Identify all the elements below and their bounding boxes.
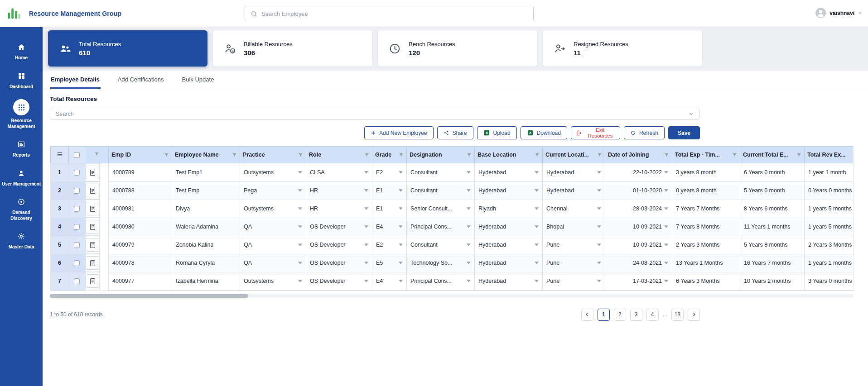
cell-current-location[interactable]: Pune [543, 272, 605, 290]
cell-base-location[interactable]: Hyderabad [475, 236, 543, 254]
refresh-button[interactable]: Refresh [624, 126, 665, 139]
sidebar-item-resource-management[interactable]: Resource Management [1, 99, 41, 129]
row-checkbox[interactable] [74, 260, 80, 266]
exit-resources-button[interactable]: Exit Resources [571, 126, 620, 139]
cell-role[interactable]: OS Developer [306, 272, 372, 290]
column-header-total-rev-exp[interactable]: Total Rev Ex... [805, 147, 854, 163]
tab-bulk-update[interactable]: Bulk Update [181, 71, 215, 89]
column-header-emp-id[interactable]: Emp ID [109, 147, 172, 163]
summary-card-resigned-resources[interactable]: Resigned Resources11 [543, 30, 702, 67]
cell-date-of-joining[interactable]: 10-09-2021 [605, 236, 672, 254]
pagination-page-3[interactable]: 3 [630, 309, 642, 321]
pagination-prev-button[interactable] [581, 309, 593, 321]
sidebar-item-home[interactable]: Home [1, 42, 41, 61]
table-search-input[interactable] [56, 111, 662, 117]
summary-card-billable-resources[interactable]: $Billable Resources306 [213, 30, 372, 67]
row-checkbox[interactable] [74, 224, 80, 230]
column-menu-header[interactable] [51, 147, 69, 163]
pagination-page-2[interactable]: 2 [614, 309, 626, 321]
cell-current-location[interactable]: Pune [543, 236, 605, 254]
cell-base-location[interactable]: Hyderabad [475, 218, 543, 236]
row-checkbox[interactable] [74, 170, 80, 176]
row-checkbox[interactable] [74, 278, 80, 284]
tab-add-certifications[interactable]: Add Certifications [117, 71, 165, 89]
cell-current-location[interactable]: Pune [543, 254, 605, 272]
sidebar-item-user-management[interactable]: User Management [1, 168, 41, 187]
pagination-next-button[interactable] [688, 309, 700, 321]
cell-designation[interactable]: Consultant [407, 181, 475, 200]
horizontal-scrollbar[interactable] [50, 294, 854, 298]
column-header-role[interactable]: Role [306, 147, 372, 163]
cell-designation[interactable]: Principal Cons... [407, 272, 475, 290]
select-all-header[interactable] [69, 147, 85, 163]
column-header-practice[interactable]: Practice [240, 147, 306, 163]
upload-button[interactable]: XUpload [477, 126, 517, 139]
cell-role[interactable]: OS Developer [306, 254, 372, 272]
pagination-page-13[interactable]: 13 [671, 309, 684, 321]
cell-grade[interactable]: E1 [372, 181, 407, 200]
row-edit-button[interactable] [86, 274, 99, 288]
cell-base-location[interactable]: Hyderabad [475, 163, 543, 182]
cell-grade[interactable]: E2 [372, 236, 407, 254]
cell-grade[interactable]: E5 [372, 254, 407, 272]
cell-designation[interactable]: Senior Consult... [407, 200, 475, 218]
cell-designation[interactable]: Technology Sp... [407, 254, 475, 272]
cell-practice[interactable]: QA [240, 218, 306, 236]
cell-date-of-joining[interactable]: 01-10-2020 [605, 181, 672, 200]
column-header-grade[interactable]: Grade [372, 147, 407, 163]
cell-role[interactable]: CLSA [306, 163, 372, 182]
row-edit-button[interactable] [86, 238, 99, 252]
summary-card-total-resources[interactable]: Total Resources610 [48, 30, 207, 67]
horizontal-scrollbar-thumb[interactable] [50, 294, 248, 298]
row-edit-button[interactable] [86, 166, 99, 179]
summary-card-bench-resources[interactable]: Bench Resources120 [378, 30, 537, 67]
cell-date-of-joining[interactable]: 22-10-2022 [605, 163, 672, 182]
select-all-checkbox[interactable] [74, 152, 80, 158]
column-header-designation[interactable]: Designation [407, 147, 475, 163]
cell-practice[interactable]: Pega [240, 181, 306, 200]
cell-practice[interactable]: QA [240, 254, 306, 272]
sidebar-item-master-data[interactable]: Master Data [1, 231, 41, 250]
cell-practice[interactable]: QA [240, 236, 306, 254]
cell-base-location[interactable]: Hyderabad [475, 254, 543, 272]
cell-current-location[interactable]: Bhopal [543, 218, 605, 236]
cell-role[interactable]: OS Developer [306, 218, 372, 236]
cell-date-of-joining[interactable]: 17-03-2021 [605, 272, 672, 290]
user-menu[interactable]: vaishnavi [815, 7, 863, 19]
cell-date-of-joining[interactable]: 28-03-2024 [605, 200, 672, 218]
cell-role[interactable]: OS Developer [306, 236, 372, 254]
cell-date-of-joining[interactable]: 24-08-2021 [605, 254, 672, 272]
cell-practice[interactable]: Outsystems [240, 200, 306, 218]
row-edit-button[interactable] [86, 184, 99, 197]
cell-base-location[interactable]: Hyderabad [475, 181, 543, 200]
cell-grade[interactable]: E4 [372, 218, 407, 236]
global-search-input[interactable] [261, 10, 528, 17]
save-button[interactable]: Save [668, 126, 700, 139]
row-edit-button[interactable] [86, 220, 99, 234]
sidebar-item-reports[interactable]: Reports [1, 139, 41, 158]
cell-grade[interactable]: E2 [372, 163, 407, 182]
cell-date-of-joining[interactable]: 10-09-2021 [605, 218, 672, 236]
cell-base-location[interactable]: Hyderabad [475, 272, 543, 290]
column-header-date-of-joining[interactable]: Date of Joining [605, 147, 672, 163]
cell-grade[interactable]: E1 [372, 200, 407, 218]
cell-current-location[interactable]: Hyderabad [543, 181, 605, 200]
column-header-employee-name[interactable]: Employee Name [172, 147, 240, 163]
pagination-page-1[interactable]: 1 [598, 309, 610, 321]
cell-grade[interactable]: E4 [372, 272, 407, 290]
cell-designation[interactable]: Consultant [407, 163, 475, 182]
table-search-select[interactable] [50, 108, 700, 120]
cell-designation[interactable]: Consultant [407, 236, 475, 254]
sidebar-item-dashboard[interactable]: Dashboard [1, 71, 41, 90]
cell-practice[interactable]: Outsystems [240, 272, 306, 290]
cell-practice[interactable]: Outsystems [240, 163, 306, 182]
column-header-base-location[interactable]: Base Location [475, 147, 543, 163]
cell-role[interactable]: HR [306, 181, 372, 200]
column-header-total-exp[interactable]: Total Exp - Tim... [672, 147, 740, 163]
cell-current-location[interactable]: Chennai [543, 200, 605, 218]
add-new-employee-button[interactable]: Add New Employee [364, 126, 433, 139]
cell-current-location[interactable]: Hyderabad [543, 163, 605, 182]
cell-designation[interactable]: Principal Cons... [407, 218, 475, 236]
row-edit-button[interactable] [86, 256, 99, 270]
cell-role[interactable]: HR [306, 200, 372, 218]
